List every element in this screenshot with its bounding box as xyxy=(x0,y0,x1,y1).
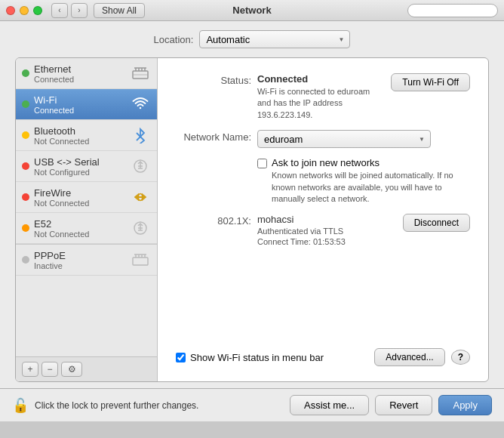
location-row: Location: Automatic Edit Locations... xyxy=(15,30,489,48)
dot8021x-value: mohacsi xyxy=(257,214,394,225)
search-input[interactable] xyxy=(407,4,498,17)
sidebar-item-name-pppoe: PPPoE xyxy=(34,250,125,261)
show-wifi-row: Show Wi-Fi status in menu bar xyxy=(176,352,324,363)
window-footer: 🔓 Click the lock to prevent further chan… xyxy=(0,388,504,421)
status-value: Connected xyxy=(257,73,382,85)
content-panel: Ethernet Connected xyxy=(15,57,489,382)
ask-join-checkbox[interactable] xyxy=(257,159,267,168)
sidebar-item-e52[interactable]: E52 Not Connected xyxy=(16,213,157,244)
sidebar-item-status-bluetooth: Not Connected xyxy=(34,137,125,146)
advanced-button[interactable]: Advanced... xyxy=(374,348,444,366)
lock-icon[interactable]: 🔓 xyxy=(12,397,29,414)
status-description: Wi-Fi is connected to eduroam and has th… xyxy=(257,86,382,121)
sidebar-item-pppoe[interactable]: PPPoE Inactive xyxy=(16,244,157,276)
add-network-button[interactable]: + xyxy=(22,362,38,377)
sidebar-item-bluetooth[interactable]: Bluetooth Not Connected xyxy=(16,120,157,151)
sidebar-footer: + − ⚙ xyxy=(16,356,157,381)
status-dot-firewire xyxy=(22,193,29,201)
sidebar-item-name-ethernet: Ethernet xyxy=(34,63,125,75)
location-select[interactable]: Automatic Edit Locations... xyxy=(199,30,350,48)
assist-button[interactable]: Assist me... xyxy=(290,395,369,415)
dot8021x-label: 802.1X: xyxy=(176,214,251,227)
revert-button[interactable]: Revert xyxy=(375,395,432,415)
status-dot-usb-serial xyxy=(22,162,29,170)
apply-button[interactable]: Apply xyxy=(438,395,492,415)
network-name-label: Network Name: xyxy=(176,130,251,143)
usb-serial-icon xyxy=(130,156,151,177)
status-row: Status: Connected Wi-Fi is connected to … xyxy=(176,73,470,121)
sidebar-item-status-firewire: Not Connected xyxy=(34,199,125,208)
sidebar-item-usb-serial[interactable]: USB <-> Serial Not Configured xyxy=(16,151,157,182)
traffic-lights xyxy=(6,6,42,15)
back-button[interactable]: ‹ xyxy=(51,3,68,18)
sidebar-item-name-firewire: FireWire xyxy=(34,187,125,199)
show-wifi-label: Show Wi-Fi status in menu bar xyxy=(190,352,324,363)
sidebar-item-ethernet[interactable]: Ethernet Connected xyxy=(16,58,157,89)
nav-buttons: ‹ › Show All xyxy=(51,3,145,18)
status-label: Status: xyxy=(176,73,251,86)
sidebar-item-firewire[interactable]: FireWire Not Connected xyxy=(16,182,157,213)
pppoe-icon xyxy=(130,249,151,270)
sidebar-item-name-wifi: Wi-Fi xyxy=(34,94,125,106)
show-wifi-checkbox[interactable] xyxy=(176,353,186,362)
maximize-button[interactable] xyxy=(33,6,42,15)
status-dot-e52 xyxy=(22,224,29,232)
gear-menu-button[interactable]: ⚙ xyxy=(61,362,82,377)
sidebar-item-status-wifi: Connected xyxy=(34,106,125,115)
show-all-button[interactable]: Show All xyxy=(94,3,145,18)
title-bar: ‹ › Show All Network xyxy=(0,0,504,21)
turn-wifi-button[interactable]: Turn Wi-Fi Off xyxy=(391,73,470,91)
e52-icon xyxy=(130,217,151,239)
close-button[interactable] xyxy=(6,6,15,15)
location-label: Location: xyxy=(154,34,194,45)
status-dot-bluetooth xyxy=(22,131,29,139)
sidebar-item-name-usb-serial: USB <-> Serial xyxy=(34,156,125,168)
status-dot-ethernet xyxy=(22,69,29,77)
wifi-icon xyxy=(130,94,151,115)
sidebar: Ethernet Connected xyxy=(16,58,158,381)
bluetooth-icon xyxy=(130,125,151,146)
disconnect-button[interactable]: Disconnect xyxy=(403,214,470,232)
ask-join-row: Ask to join new networks Known networks … xyxy=(257,157,470,205)
minimize-button[interactable] xyxy=(20,6,29,15)
forward-button[interactable]: › xyxy=(71,3,88,18)
status-dot-pppoe xyxy=(22,256,29,264)
sidebar-item-name-bluetooth: Bluetooth xyxy=(34,125,125,137)
sidebar-item-wifi[interactable]: Wi-Fi Connected xyxy=(16,89,157,120)
svg-line-8 xyxy=(137,137,140,140)
firewire-icon xyxy=(130,187,151,208)
main-panel: Status: Connected Wi-Fi is connected to … xyxy=(158,58,488,381)
status-dot-wifi xyxy=(22,100,29,108)
dot8021x-sub1: Authenticated via TTLS xyxy=(257,227,394,236)
sidebar-item-status-e52: Not Connected xyxy=(34,230,125,239)
sidebar-item-name-e52: E52 xyxy=(34,218,125,230)
window-title: Network xyxy=(232,5,271,16)
ask-join-hint: Known networks will be joined automatica… xyxy=(272,170,470,205)
network-name-row: Network Name: eduroam Other... xyxy=(176,130,470,148)
dot8021x-row: 802.1X: mohacsi Authenticated via TTLS C… xyxy=(176,214,470,246)
help-button[interactable]: ? xyxy=(451,350,470,365)
network-select-wrapper: eduroam Other... xyxy=(257,130,431,148)
ask-join-label: Ask to join new networks xyxy=(272,157,470,168)
sidebar-item-status-pppoe: Inactive xyxy=(34,261,125,270)
sidebar-item-status-ethernet: Connected xyxy=(34,75,125,84)
ethernet-icon xyxy=(130,63,151,84)
footer-action-buttons: Assist me... Revert Apply xyxy=(290,395,492,415)
svg-rect-18 xyxy=(133,258,148,265)
dot8021x-sub2: Connect Time: 01:53:53 xyxy=(257,237,394,246)
lock-text: Click the lock to prevent further change… xyxy=(35,400,284,411)
location-select-wrapper: Automatic Edit Locations... xyxy=(199,30,350,48)
footer-btns: Advanced... ? xyxy=(374,348,470,366)
network-name-select[interactable]: eduroam Other... xyxy=(257,130,431,148)
remove-network-button[interactable]: − xyxy=(41,362,58,377)
sidebar-item-status-usb-serial: Not Configured xyxy=(34,168,125,177)
main-panel-footer: Show Wi-Fi status in menu bar Advanced..… xyxy=(176,348,470,366)
main-area: Location: Automatic Edit Locations... Et… xyxy=(0,21,504,388)
